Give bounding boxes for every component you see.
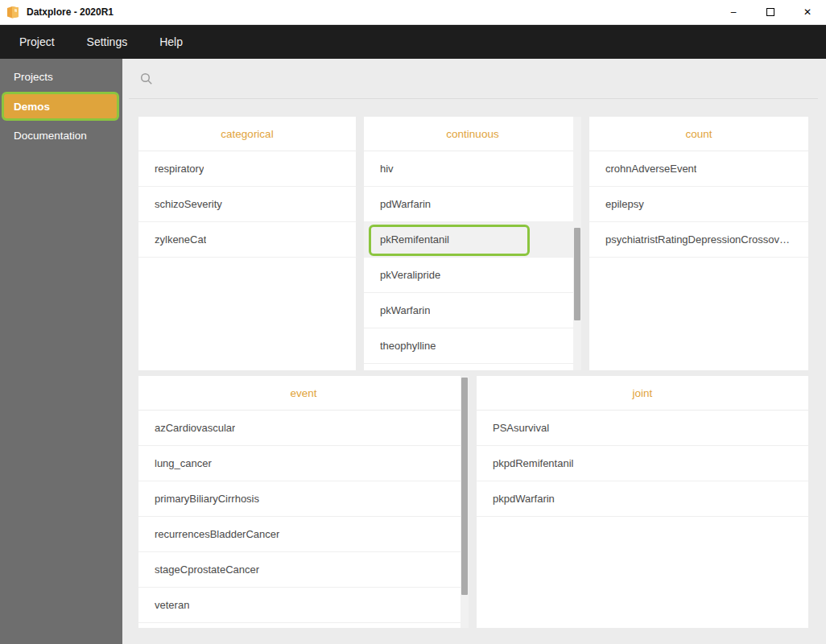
titlebar: Datxplore - 2020R1 – ✕: [0, 0, 826, 25]
search-icon: [140, 72, 153, 85]
dataset-item[interactable]: pkpdWarfarin: [477, 481, 808, 517]
event-scrollbar[interactable]: [460, 376, 469, 628]
dataset-item[interactable]: theophylline: [364, 328, 581, 364]
dataset-item[interactable]: schizoSeverity: [138, 187, 356, 222]
dataset-item[interactable]: respiratory: [138, 151, 356, 187]
main-content: categorical respiratory schizoSeverity z…: [122, 59, 826, 644]
dataset-label: stageCprostateCancer: [155, 564, 259, 576]
dataset-label: recurrencesBladderCancer: [155, 528, 279, 540]
sidebar: Projects Demos Documentation: [0, 59, 122, 644]
dataset-item[interactable]: stageCprostateCancer: [138, 552, 469, 588]
dataset-label: psychiatristRatingDepressionCrossover…: [605, 233, 792, 246]
dataset-label: schizoSeverity: [155, 198, 222, 210]
close-button[interactable]: ✕: [789, 0, 826, 24]
dataset-item[interactable]: zylkeneCat: [138, 222, 356, 258]
panel-continuous-title: continuous: [364, 117, 581, 151]
dataset-item[interactable]: epilepsy: [589, 187, 808, 222]
dataset-label: pkVeralipride: [380, 269, 440, 281]
dataset-label: veteran: [155, 599, 189, 611]
dataset-item[interactable]: PSAsurvival: [477, 411, 808, 446]
menu-project[interactable]: Project: [0, 25, 71, 59]
dataset-item[interactable]: hiv: [364, 151, 581, 187]
dataset-label: azCardiovascular: [155, 422, 235, 434]
dataset-item[interactable]: pkWarfarin: [364, 293, 581, 328]
dataset-item[interactable]: pkpdRemifentanil: [477, 446, 808, 481]
panel-count-title: count: [589, 117, 808, 151]
menu-help[interactable]: Help: [143, 25, 199, 59]
dataset-label: crohnAdverseEvent: [605, 163, 696, 175]
minimize-button[interactable]: –: [715, 0, 752, 24]
dataset-item-pkremifentanil[interactable]: pkRemifentanil: [364, 222, 581, 258]
dataset-item[interactable]: lung_cancer: [138, 446, 469, 481]
dataset-label: epilepsy: [605, 198, 644, 210]
search-input[interactable]: [161, 72, 644, 85]
dataset-label: hiv: [380, 163, 394, 175]
search-bar: [129, 59, 818, 99]
dataset-item[interactable]: primaryBiliaryCirrhosis: [138, 481, 469, 517]
dataset-label: pdWarfarin: [380, 198, 431, 210]
maximize-icon: [766, 8, 774, 16]
continuous-scrollbar[interactable]: [573, 117, 581, 370]
dataset-label: pkWarfarin: [380, 304, 430, 316]
dataset-label: pkpdRemifentanil: [493, 457, 573, 469]
dataset-item[interactable]: recurrencesBladderCancer: [138, 517, 469, 552]
dataset-label: zylkeneCat: [155, 233, 206, 246]
dataset-label: pkRemifentanil: [380, 233, 449, 246]
panel-event-title: event: [138, 376, 469, 411]
panel-joint: joint PSAsurvival pkpdRemifentanil pkpdW…: [477, 376, 808, 628]
dataset-item[interactable]: azCardiovascular: [138, 411, 469, 446]
dataset-item[interactable]: crohnAdverseEvent: [589, 151, 808, 187]
dataset-label: primaryBiliaryCirrhosis: [155, 493, 259, 505]
sidebar-item-documentation[interactable]: Documentation: [0, 121, 122, 151]
menubar: Project Settings Help: [0, 25, 826, 59]
dataset-label: PSAsurvival: [493, 422, 549, 434]
panel-continuous: continuous hiv pdWarfarin pkRemifentanil…: [364, 117, 581, 370]
dataset-item[interactable]: veteran: [138, 588, 469, 623]
panel-joint-title: joint: [477, 376, 808, 411]
sidebar-item-demos[interactable]: Demos: [2, 92, 119, 121]
window-controls: – ✕: [715, 0, 826, 24]
panel-categorical: categorical respiratory schizoSeverity z…: [138, 117, 356, 370]
panel-event: event azCardiovascular lung_cancer prima…: [138, 376, 469, 628]
menu-settings[interactable]: Settings: [71, 25, 144, 59]
dataset-label: respiratory: [155, 163, 204, 175]
maximize-button[interactable]: [752, 0, 789, 24]
dataset-item[interactable]: psychiatristRatingDepressionCrossover…: [589, 222, 808, 258]
dataset-label: lung_cancer: [155, 457, 212, 469]
dataset-label: pkpdWarfarin: [493, 493, 555, 505]
scrollbar-thumb[interactable]: [574, 228, 580, 320]
window-title: Datxplore - 2020R1: [27, 6, 114, 18]
panel-categorical-title: categorical: [138, 117, 356, 151]
dataset-label: theophylline: [380, 340, 436, 352]
app-icon: [6, 6, 21, 19]
dataset-item[interactable]: pdWarfarin: [364, 187, 581, 222]
dataset-item[interactable]: pkVeralipride: [364, 258, 581, 293]
panel-count: count crohnAdverseEvent epilepsy psychia…: [589, 117, 808, 370]
scrollbar-thumb[interactable]: [461, 378, 468, 595]
sidebar-item-projects[interactable]: Projects: [0, 62, 122, 92]
